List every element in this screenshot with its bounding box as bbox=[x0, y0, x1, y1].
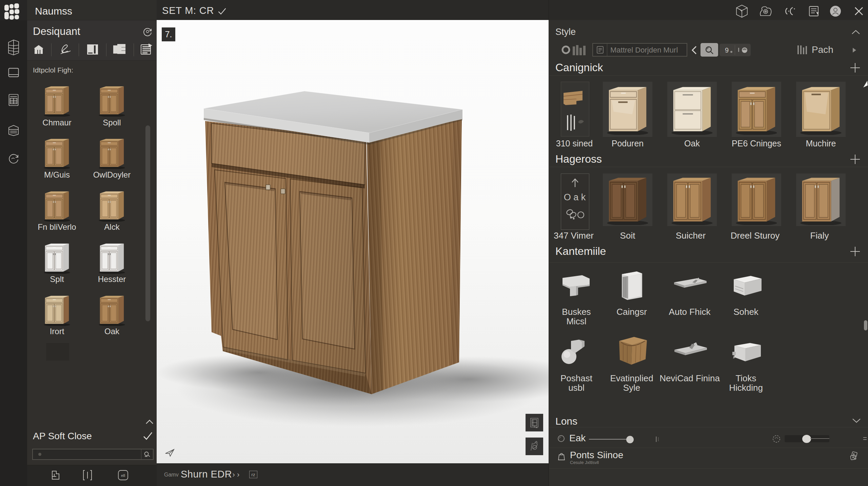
svg-text:e8: e8 bbox=[121, 473, 125, 478]
